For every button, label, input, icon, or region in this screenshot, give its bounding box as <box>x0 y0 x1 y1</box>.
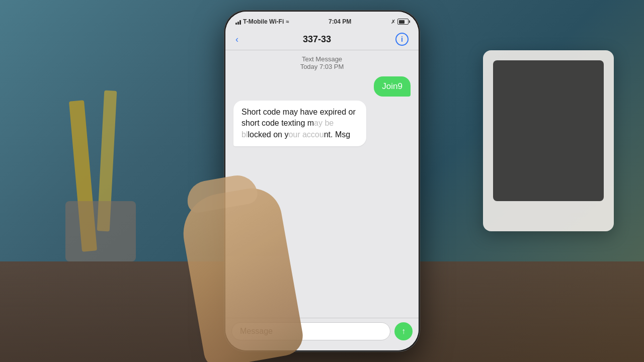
carrier-label: T-Mobile Wi-Fi <box>243 18 284 25</box>
message-timestamp: Today 7:03 PM <box>233 63 411 70</box>
status-bar: T-Mobile Wi-Fi ≈ 7:04 PM ✗ <box>225 12 419 30</box>
wifi-icon: ≈ <box>286 19 289 25</box>
received-message-shortcode: Short code may have expired or short cod… <box>233 101 366 146</box>
bg-decoration-screen <box>493 60 604 201</box>
bluetooth-icon: ✗ <box>391 19 395 25</box>
bg-decoration-container <box>65 201 136 261</box>
received-message-text: Short code may have expired or short cod… <box>242 108 356 139</box>
nav-title: 337-33 <box>303 34 331 45</box>
battery-indicator <box>397 19 409 25</box>
back-button[interactable]: ‹ <box>235 34 238 45</box>
message-header: Text Message Today 7:03 PM <box>233 55 411 70</box>
signal-bar-3 <box>239 20 241 25</box>
battery-level <box>399 20 405 24</box>
signal-bar-2 <box>237 22 239 25</box>
signal-bar-1 <box>235 23 237 25</box>
info-button[interactable]: i <box>395 33 409 46</box>
signal-bars <box>235 19 241 25</box>
sent-message-join9: Join9 <box>374 76 411 97</box>
nav-bar: ‹ 337-33 i <box>225 30 419 50</box>
message-type-label: Text Message <box>233 55 411 63</box>
status-right: ✗ <box>391 19 409 25</box>
status-time: 7:04 PM <box>329 18 351 25</box>
status-left: T-Mobile Wi-Fi ≈ <box>235 18 289 25</box>
send-button[interactable]: ↑ <box>394 322 413 340</box>
